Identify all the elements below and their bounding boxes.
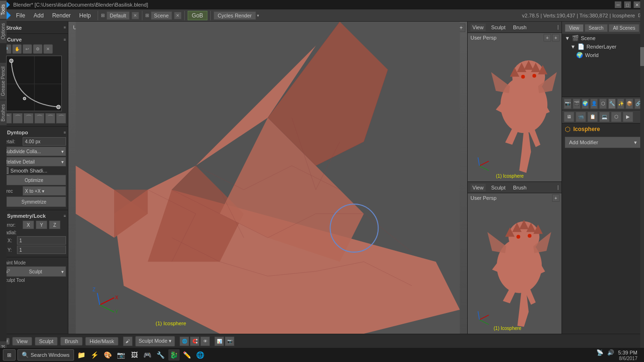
radial-x-input[interactable]: 1 [17, 236, 66, 245]
prop-motion-btn[interactable]: ▶ [623, 112, 633, 122]
render-layer-item[interactable]: ▼ 📄 RenderLayer [568, 42, 644, 51]
scene-item[interactable]: ▼ 🎬 Scene [562, 34, 644, 42]
mirror-z-btn[interactable]: Z [49, 221, 60, 229]
brush-btn[interactable]: Brush [60, 337, 83, 346]
prop-world-btn[interactable]: 🌍 [582, 99, 589, 109]
outliner-tab-view[interactable]: View [565, 24, 584, 32]
sculpt-dropdown[interactable]: 🖌 Sculpt ▾ [2, 266, 66, 277]
right-top-add-btn[interactable]: + [552, 34, 560, 41]
symmetry-header[interactable]: ▼ Symmetry/Lock ≡ [2, 212, 66, 220]
direc-dropdown[interactable]: X to +X ▾ [23, 186, 66, 196]
symmetrize-btn[interactable]: Symmetrize [2, 197, 66, 207]
curve-reset-btn[interactable]: ↩ [23, 44, 32, 54]
prop-layers-btn[interactable]: 📋 [587, 112, 598, 122]
prop-view-btn[interactable]: 🖥 [564, 112, 574, 122]
minimize-button[interactable]: ─ [615, 1, 621, 8]
task-app-photo[interactable]: 🖼 [129, 349, 140, 361]
subdivide-dropdown[interactable]: Subdivide Colla... ▾ [2, 147, 66, 156]
outliner-tab-all-scenes[interactable]: All Scenes [609, 24, 639, 32]
prop-mesh-btn[interactable]: ⬡ [599, 99, 607, 109]
task-app-blender[interactable]: 🐉 [168, 349, 180, 361]
sculpt-mode-icon[interactable]: 🖌 [123, 337, 132, 346]
sculpt-btn[interactable]: Sculpt [35, 337, 58, 346]
workspace-selector[interactable]: ⊞ Default ✕ [101, 11, 139, 20]
timeline-icon-btn[interactable]: 📊 [215, 337, 224, 346]
scene-selector[interactable]: ⊞ Scene ✕ [145, 11, 182, 20]
right-top-tab-view[interactable]: View [471, 24, 486, 31]
task-app-explorer[interactable]: 📁 [76, 349, 87, 361]
task-app-tool[interactable]: 🔧 [155, 349, 166, 361]
prop-duplication-btn[interactable]: ⬡ [611, 112, 621, 122]
prop-object-btn[interactable]: 👤 [590, 99, 598, 109]
workspace-name[interactable]: Default [107, 11, 130, 20]
hide-mask-btn[interactable]: Hide/Mask [85, 337, 118, 346]
task-app-illustrator[interactable]: 🎨 [102, 349, 114, 361]
right-bottom-tab-view[interactable]: View [471, 184, 486, 191]
prop-render-btn[interactable]: 📷 [564, 99, 571, 109]
detail-input[interactable]: 4.00 px [23, 137, 66, 146]
options-tab[interactable]: Options [0, 22, 7, 43]
right-top-tab-sculpt[interactable]: Sculpt [489, 24, 508, 31]
task-app-camera[interactable]: 📷 [116, 349, 127, 361]
menu-render[interactable]: Render [49, 11, 74, 20]
gob-btn[interactable]: GoB [188, 11, 207, 20]
preset4-btn[interactable]: ⌒ [34, 113, 44, 123]
task-app-wacom[interactable]: ✏️ [182, 349, 193, 361]
prop-display-btn[interactable]: 💻 [599, 112, 610, 122]
task-app-chrome[interactable]: 🌐 [195, 349, 206, 361]
symmetry-menu-icon[interactable]: ≡ [64, 214, 66, 218]
view-icon-btn[interactable]: 👁 [200, 337, 210, 346]
title-bar-controls[interactable]: ─ □ ✕ [615, 1, 640, 8]
prop-scene-btn[interactable]: 🎬 [573, 99, 580, 109]
right-top-tab-brush[interactable]: Brush [511, 24, 528, 31]
right-top-extra-tab[interactable]: | [557, 25, 559, 30]
scene-close[interactable]: ✕ [174, 12, 182, 19]
camera-icon-btn[interactable]: 📷 [225, 337, 234, 346]
world-item[interactable]: 🌍 World [573, 51, 644, 59]
main-viewport[interactable]: User Persp + + [68, 22, 467, 334]
preset6-btn[interactable]: ⌒ [56, 113, 66, 123]
stroke-header[interactable]: ▶ Stroke ≡ [2, 24, 66, 32]
menu-add[interactable]: Add [30, 11, 47, 20]
scene-name[interactable]: Scene [151, 11, 172, 20]
curve-menu-icon[interactable]: ≡ [64, 38, 66, 42]
dyntopo-header[interactable]: ▼ Dyntopo ≡ [2, 129, 66, 136]
curve-settings-btn[interactable]: ⚙ [33, 44, 42, 54]
right-bottom-tab-brush[interactable]: Brush [511, 184, 528, 191]
render-engine[interactable]: Cycles Render [214, 11, 256, 20]
stroke-menu-icon[interactable]: ≡ [64, 25, 66, 30]
start-btn[interactable]: ⊞ [3, 349, 16, 361]
prop-particles-btn[interactable]: ✨ [617, 99, 625, 109]
add-modifier-btn[interactable]: Add Modifier ▾ [565, 137, 641, 148]
search-btn[interactable]: 🔍 Search Windows [17, 349, 74, 361]
globe-icon-btn[interactable]: 🌐 [180, 337, 189, 346]
right-bottom-add-btn[interactable]: + [552, 194, 560, 202]
preset3-btn[interactable]: ⌒ [24, 113, 33, 123]
magnet-icon-btn[interactable]: 🧲 [190, 337, 199, 346]
task-app-file[interactable]: ⚡ [89, 349, 100, 361]
preset5-btn[interactable]: ⌒ [45, 113, 55, 123]
workspace-close[interactable]: ✕ [132, 12, 139, 19]
radial-y-input[interactable]: 1 [17, 246, 66, 254]
brushes-tab[interactable]: Brushes [0, 100, 7, 125]
task-app-steam[interactable]: 🎮 [142, 349, 153, 361]
prop-physics-btn[interactable]: 📦 [626, 99, 633, 109]
outliner-tab-search[interactable]: Search [585, 24, 608, 32]
engine-dropdown[interactable]: ▾ [257, 13, 259, 18]
prop-modifier-btn[interactable]: 🔧 [608, 99, 616, 109]
preset2-btn[interactable]: ⌒ [13, 113, 23, 123]
grease-pencil-tab[interactable]: Grease Pencil [0, 62, 7, 100]
right-bottom-tab-sculpt[interactable]: Sculpt [489, 184, 508, 191]
prop-camera-btn[interactable]: 📹 [576, 112, 586, 122]
menu-help[interactable]: Help [75, 11, 95, 20]
optimize-btn[interactable]: Optimize [2, 175, 66, 185]
dyntopo-menu-icon[interactable]: ≡ [64, 131, 66, 135]
show-desktop-btn[interactable] [639, 349, 641, 361]
curve-close-btn[interactable]: ✕ [43, 44, 53, 54]
right-top-split-btn[interactable]: + [544, 34, 551, 41]
curve-graph[interactable] [6, 56, 62, 111]
relative-detail-dropdown[interactable]: Relative Detail ▾ [2, 157, 66, 166]
mirror-y-btn[interactable]: Y [36, 221, 47, 229]
right-bottom-extra-tab[interactable]: | [557, 185, 559, 190]
sculpt-mode-dropdown[interactable]: Sculpt Mode ▾ [135, 336, 175, 346]
